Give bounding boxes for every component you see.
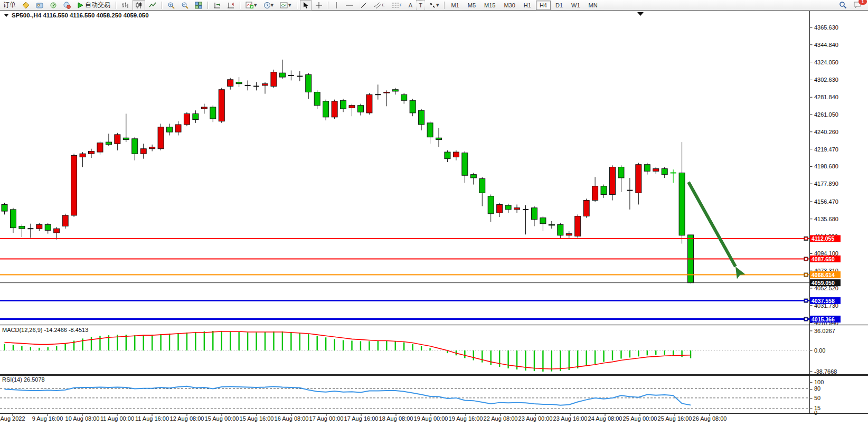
timeframe-button-m1[interactable]: M1 [447,1,463,10]
candle-body [488,196,494,214]
rsi-axis-label: 0 [814,410,817,416]
autotrading-button[interactable]: 自动交易 [74,0,113,11]
signals-icon[interactable] [47,0,60,11]
candle-body [636,165,641,193]
time-tick-label: 15 Aug 00:00 [205,415,239,422]
arrows-tool-menu[interactable]: ▾ [426,0,442,11]
macd-axis-label: 36.0267 [814,328,835,334]
candle-body [540,218,546,224]
periods-menu-button[interactable]: ▾ [261,0,277,11]
line-chart-mode-icon[interactable] [146,0,159,11]
symbol-dropdown-icon[interactable] [4,14,8,17]
cursor-tool[interactable] [300,0,312,11]
time-tick-label: 24 Aug 08:00 [588,415,622,422]
text-label-tool[interactable]: T [416,0,425,11]
candle-body [549,224,554,225]
orders-button[interactable]: 订单 [1,0,18,11]
zoom-out-icon[interactable] [178,0,191,11]
candle-body [436,138,442,139]
candlestick-mode-icon[interactable] [133,0,145,11]
time-tick-label: 18 Aug 08:00 [379,415,413,422]
price-tick-label: 4344.840 [814,42,838,48]
chart-shift-icon[interactable] [224,0,237,11]
horizontal-line-tool[interactable] [343,0,356,11]
candle-body [462,153,468,176]
candle-body [531,208,537,220]
rsi-axis-label: 50 [814,395,820,401]
price-tick-label: 4281.840 [814,94,838,100]
toolbar-separator [162,2,162,9]
down-trend-arrow[interactable] [688,182,746,279]
tile-windows-icon[interactable] [192,0,205,11]
crosshair-tool[interactable] [313,0,325,11]
rsi-panel: RSI(14) 26.50781008050150 [0,376,824,416]
candle-body [62,215,68,226]
time-tick-label: 17 Aug 00:00 [309,415,344,422]
auto-scroll-icon[interactable] [211,0,223,11]
candle-body [271,72,277,87]
search-icon[interactable] [836,0,850,11]
equidistant-channel-tool[interactable]: E [371,0,388,11]
zoom-in-icon[interactable] [165,0,177,11]
candle-body [140,149,146,154]
trendline-tool[interactable] [357,0,370,11]
timeframe-button-h4[interactable]: H4 [536,1,551,10]
candle-body [193,113,199,119]
timeframe-group: M1M5M15M30H1H4D1W1MN [447,1,601,10]
candle-body [384,92,390,93]
templates-menu-button[interactable]: ▾ [277,0,294,11]
candle-body [201,107,207,109]
candle-body [679,173,685,235]
candle-body [357,106,363,112]
chart-canvas[interactable]: 4365.6304344.8404324.0504302.6304281.840… [0,11,868,427]
chart-title: SP500-,H4 4116.550 4116.550 4058.250 405… [12,12,149,18]
depth-of-market-icon[interactable] [33,0,46,11]
candle-body [592,186,598,201]
candle-body [470,175,476,178]
price-tick-label: 4177.890 [814,181,838,187]
timeframe-button-d1[interactable]: D1 [552,1,567,10]
indicators-menu-button[interactable]: ▾ [243,0,260,11]
text-tool[interactable]: A [406,0,415,11]
timeframe-button-m5[interactable]: M5 [464,1,479,10]
down-triangle-marker[interactable] [637,12,644,16]
mt-terminal-window: { "toolbar": { "order_label": "订单", "aut… [0,0,868,427]
toolbar-separator [240,2,240,9]
timeframe-button-m30[interactable]: M30 [500,1,518,10]
new-order-icon[interactable] [20,0,32,11]
candle-body [19,226,25,229]
candle-body [132,139,138,154]
price-line-badge-label: 4037.558 [812,298,835,304]
candle-body [453,152,459,157]
rsi-line [5,386,691,405]
time-tick-label: 9 Aug 16:00 [32,415,63,422]
candle-body [36,224,42,229]
candle-body [323,101,329,117]
price-tick-label: 4240.260 [814,129,838,135]
candle-body [228,80,233,87]
macd-axis-label: -38.7668 [814,368,837,375]
toolbar-separator [297,2,297,9]
candle-body [184,113,190,125]
line-anchor-dot [805,318,807,320]
time-axis[interactable]: Aug 20229 Aug 16:0010 Aug 08:0011 Aug 00… [0,414,727,422]
price-tick-label: 4261.050 [814,111,838,118]
chat-button[interactable]: 1 [851,0,864,11]
line-anchor-dot [805,238,807,240]
candle-body [479,179,485,193]
timeframe-button-mn[interactable]: MN [585,1,601,10]
candle-body [583,201,589,216]
line-anchor-dot [805,300,807,301]
bar-chart-mode-icon[interactable] [119,0,131,11]
timeframe-button-h1[interactable]: H1 [520,1,535,10]
toolbar-separator [116,2,116,9]
fibonacci-tool[interactable]: F [389,0,405,11]
candle-body [149,147,155,149]
vertical-line-tool[interactable] [331,0,342,11]
timeframe-button-m15[interactable]: M15 [480,1,499,10]
timeframe-button-w1[interactable]: W1 [568,1,584,10]
macd-indicator-label: MACD(12,26,9) -14.2466 -8.4513 [2,327,88,333]
price-tick-label: 4324.050 [814,59,838,65]
market-icon[interactable] [61,0,73,11]
candle-body [54,229,60,233]
